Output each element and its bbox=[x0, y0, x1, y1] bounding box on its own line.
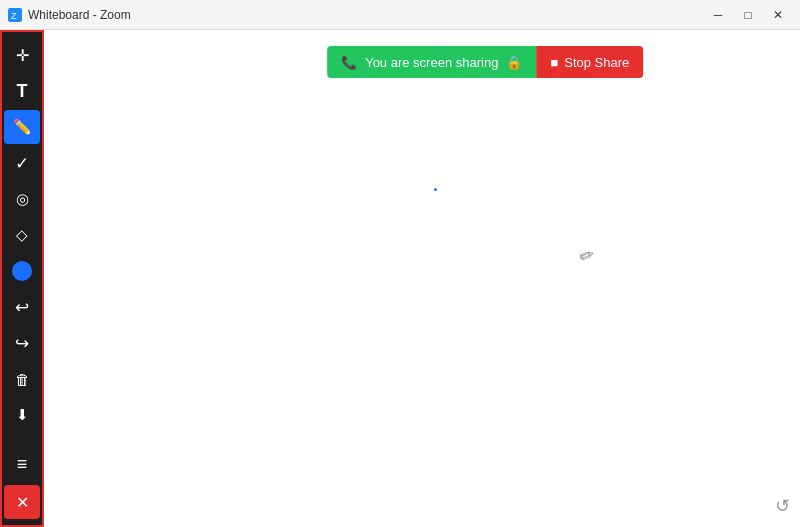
screen-share-banner: 📞 You are screen sharing 🔒 ■ Stop Share bbox=[327, 46, 643, 78]
checkmark-tool-button[interactable]: ✓ bbox=[4, 146, 40, 180]
title-bar-left: Z Whiteboard - Zoom bbox=[8, 8, 131, 22]
checkmark-icon: ✓ bbox=[15, 153, 29, 174]
sharing-indicator: 📞 You are screen sharing 🔒 bbox=[327, 46, 536, 78]
close-button[interactable]: ✕ bbox=[764, 4, 792, 26]
delete-button[interactable]: 🗑 bbox=[4, 362, 40, 396]
sharing-text: You are screen sharing bbox=[365, 55, 498, 70]
text-icon: T bbox=[17, 81, 28, 102]
undo-button[interactable]: ↩ bbox=[4, 290, 40, 324]
eraser-icon: ◇ bbox=[16, 226, 28, 244]
pen-tool-button[interactable]: ✏️ bbox=[4, 110, 40, 144]
close-icon: ✕ bbox=[16, 493, 29, 512]
move-tool-button[interactable]: ✛ bbox=[4, 38, 40, 72]
window-title: Whiteboard - Zoom bbox=[28, 8, 131, 22]
whiteboard-canvas[interactable]: 📞 You are screen sharing 🔒 ■ Stop Share … bbox=[44, 30, 800, 527]
cursor-dot bbox=[434, 188, 437, 191]
menu-icon: ≡ bbox=[17, 454, 28, 475]
minimize-button[interactable]: ─ bbox=[704, 4, 732, 26]
target-icon: ◎ bbox=[16, 190, 29, 208]
redo-icon: ↪ bbox=[15, 333, 29, 354]
color-tool-button[interactable] bbox=[4, 254, 40, 288]
refresh-icon: ↺ bbox=[775, 495, 790, 517]
svg-text:Z: Z bbox=[11, 11, 17, 21]
shield-icon: 🔒 bbox=[506, 55, 522, 70]
move-icon: ✛ bbox=[16, 46, 29, 65]
target-tool-button[interactable]: ◎ bbox=[4, 182, 40, 216]
pencil-cursor: ✏ bbox=[576, 243, 598, 269]
toolbar-sidebar: ✛ T ✏️ ✓ ◎ ◇ ↩ ↪ 🗑 bbox=[0, 30, 44, 527]
menu-button[interactable]: ≡ bbox=[4, 447, 40, 481]
title-bar-controls: ─ □ ✕ bbox=[704, 4, 792, 26]
download-button[interactable]: ⬇ bbox=[4, 398, 40, 432]
download-icon: ⬇ bbox=[16, 406, 29, 424]
undo-icon: ↩ bbox=[15, 297, 29, 318]
stop-share-button[interactable]: ■ Stop Share bbox=[536, 46, 643, 78]
title-bar: Z Whiteboard - Zoom ─ □ ✕ bbox=[0, 0, 800, 30]
pen-icon: ✏️ bbox=[13, 118, 32, 136]
app-icon: Z bbox=[8, 8, 22, 22]
text-tool-button[interactable]: T bbox=[4, 74, 40, 108]
close-whiteboard-button[interactable]: ✕ bbox=[4, 485, 40, 519]
color-icon bbox=[12, 261, 32, 281]
maximize-button[interactable]: □ bbox=[734, 4, 762, 26]
redo-button[interactable]: ↪ bbox=[4, 326, 40, 360]
stop-icon: ■ bbox=[550, 55, 558, 70]
phone-icon: 📞 bbox=[341, 55, 357, 70]
stop-share-label: Stop Share bbox=[564, 55, 629, 70]
eraser-tool-button[interactable]: ◇ bbox=[4, 218, 40, 252]
main-container: ✛ T ✏️ ✓ ◎ ◇ ↩ ↪ 🗑 bbox=[0, 30, 800, 527]
trash-icon: 🗑 bbox=[15, 371, 30, 388]
